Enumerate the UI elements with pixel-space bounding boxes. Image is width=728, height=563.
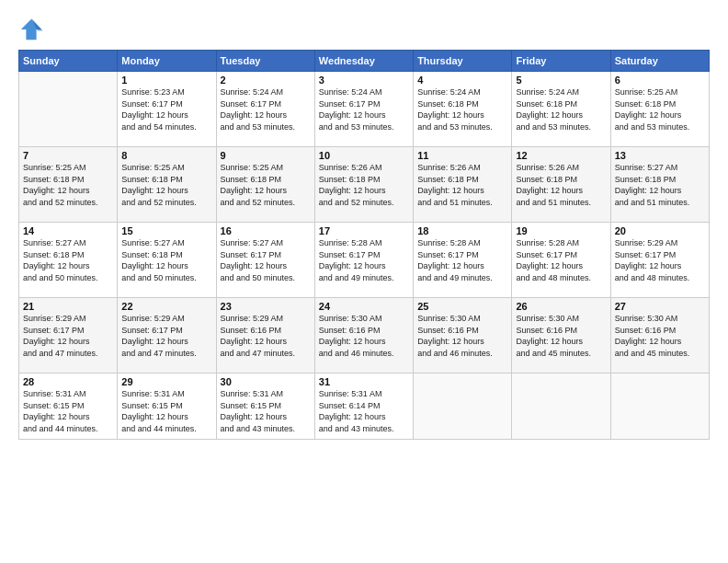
calendar-cell: 25Sunrise: 5:30 AMSunset: 6:16 PMDayligh… <box>414 298 512 373</box>
daylight-text2: and and 53 minutes. <box>319 122 394 132</box>
daylight-text: Daylight: 12 hours <box>221 337 288 346</box>
daylight-text: Daylight: 12 hours <box>615 186 682 195</box>
daylight-text: Daylight: 12 hours <box>417 110 484 120</box>
daylight-text2: and and 51 minutes. <box>615 198 690 207</box>
daylight-text: Daylight: 12 hours <box>121 412 188 421</box>
day-number: 27 <box>615 301 705 312</box>
sunrise-text: Sunrise: 5:31 AM <box>221 389 284 398</box>
day-info: Sunrise: 5:31 AMSunset: 6:14 PMDaylight:… <box>319 388 409 434</box>
daylight-text: Daylight: 12 hours <box>121 261 188 270</box>
sunrise-text: Sunrise: 5:29 AM <box>615 238 678 247</box>
daylight-text2: and and 53 minutes. <box>615 122 690 132</box>
week-row-2: 7Sunrise: 5:25 AMSunset: 6:18 PMDaylight… <box>19 147 710 223</box>
day-number: 3 <box>319 75 409 86</box>
week-row-3: 14Sunrise: 5:27 AMSunset: 6:18 PMDayligh… <box>19 223 710 298</box>
daylight-text: Daylight: 12 hours <box>319 412 386 421</box>
sunset-text: Sunset: 6:16 PM <box>615 326 677 335</box>
sunset-text: Sunset: 6:16 PM <box>319 326 381 335</box>
daylight-text2: and and 44 minutes. <box>121 424 197 433</box>
day-number: 7 <box>23 150 113 161</box>
day-info: Sunrise: 5:30 AMSunset: 6:16 PMDaylight:… <box>319 313 409 359</box>
day-number: 23 <box>221 301 311 312</box>
daylight-text: Daylight: 12 hours <box>319 186 386 195</box>
logo-icon <box>18 17 44 42</box>
daylight-text: Daylight: 12 hours <box>221 110 288 120</box>
daylight-text: Daylight: 12 hours <box>221 261 288 270</box>
sunset-text: Sunset: 6:17 PM <box>221 99 282 109</box>
day-info: Sunrise: 5:26 AMSunset: 6:18 PMDaylight:… <box>516 162 606 208</box>
sunrise-text: Sunrise: 5:24 AM <box>516 87 579 97</box>
calendar-cell: 19Sunrise: 5:28 AMSunset: 6:17 PMDayligh… <box>512 223 610 298</box>
sunrise-text: Sunrise: 5:29 AM <box>221 314 284 323</box>
calendar-cell: 17Sunrise: 5:28 AMSunset: 6:17 PMDayligh… <box>314 223 413 298</box>
sunrise-text: Sunrise: 5:30 AM <box>319 314 382 323</box>
day-number: 13 <box>615 150 705 161</box>
daylight-text: Daylight: 12 hours <box>319 337 386 346</box>
daylight-text: Daylight: 12 hours <box>615 337 682 346</box>
daylight-text2: and and 49 minutes. <box>417 273 493 282</box>
day-info: Sunrise: 5:24 AMSunset: 6:18 PMDaylight:… <box>516 86 606 132</box>
day-number: 31 <box>319 376 409 387</box>
day-info: Sunrise: 5:25 AMSunset: 6:18 PMDaylight:… <box>615 86 705 132</box>
sunset-text: Sunset: 6:16 PM <box>516 326 577 335</box>
day-number: 12 <box>516 150 606 161</box>
calendar-cell: 30Sunrise: 5:31 AMSunset: 6:15 PMDayligh… <box>216 373 314 440</box>
daylight-text2: and and 46 minutes. <box>417 349 493 358</box>
daylight-text2: and and 43 minutes. <box>319 424 394 433</box>
weekday-header-thursday: Thursday <box>414 51 512 72</box>
daylight-text2: and and 46 minutes. <box>319 349 394 358</box>
day-info: Sunrise: 5:27 AMSunset: 6:17 PMDaylight:… <box>221 237 311 283</box>
day-number: 11 <box>417 150 507 161</box>
sunset-text: Sunset: 6:18 PM <box>221 175 282 184</box>
header-row: SundayMondayTuesdayWednesdayThursdayFrid… <box>19 51 710 72</box>
day-number: 10 <box>319 150 409 161</box>
sunset-text: Sunset: 6:18 PM <box>319 175 381 184</box>
day-info: Sunrise: 5:28 AMSunset: 6:17 PMDaylight:… <box>417 237 507 283</box>
day-info: Sunrise: 5:24 AMSunset: 6:17 PMDaylight:… <box>221 86 311 132</box>
sunrise-text: Sunrise: 5:26 AM <box>319 163 382 172</box>
calendar-cell: 20Sunrise: 5:29 AMSunset: 6:17 PMDayligh… <box>610 223 709 298</box>
calendar-cell: 31Sunrise: 5:31 AMSunset: 6:14 PMDayligh… <box>314 373 413 440</box>
daylight-text2: and and 44 minutes. <box>23 424 98 433</box>
calendar-cell: 22Sunrise: 5:29 AMSunset: 6:17 PMDayligh… <box>118 298 216 373</box>
daylight-text2: and and 52 minutes. <box>221 198 296 207</box>
daylight-text: Daylight: 12 hours <box>516 261 583 270</box>
sunset-text: Sunset: 6:17 PM <box>121 99 183 109</box>
day-info: Sunrise: 5:29 AMSunset: 6:17 PMDaylight:… <box>615 237 705 283</box>
calendar-cell: 26Sunrise: 5:30 AMSunset: 6:16 PMDayligh… <box>512 298 610 373</box>
daylight-text: Daylight: 12 hours <box>121 110 188 120</box>
weekday-header-tuesday: Tuesday <box>216 51 314 72</box>
calendar-cell <box>610 373 709 440</box>
calendar-cell <box>512 373 610 440</box>
sunset-text: Sunset: 6:17 PM <box>319 250 381 259</box>
sunrise-text: Sunrise: 5:24 AM <box>221 87 284 97</box>
calendar-cell: 9Sunrise: 5:25 AMSunset: 6:18 PMDaylight… <box>216 147 314 223</box>
sunset-text: Sunset: 6:15 PM <box>23 401 85 410</box>
sunrise-text: Sunrise: 5:25 AM <box>121 163 185 172</box>
sunrise-text: Sunrise: 5:27 AM <box>615 163 678 172</box>
sunrise-text: Sunrise: 5:27 AM <box>221 238 284 247</box>
day-number: 8 <box>121 150 211 161</box>
sunrise-text: Sunrise: 5:30 AM <box>417 314 481 323</box>
sunrise-text: Sunrise: 5:25 AM <box>221 163 284 172</box>
sunrise-text: Sunrise: 5:28 AM <box>319 238 382 247</box>
sunset-text: Sunset: 6:17 PM <box>121 326 183 335</box>
daylight-text2: and and 53 minutes. <box>221 122 296 132</box>
sunset-text: Sunset: 6:16 PM <box>221 326 282 335</box>
daylight-text: Daylight: 12 hours <box>23 412 90 421</box>
calendar-cell: 10Sunrise: 5:26 AMSunset: 6:18 PMDayligh… <box>314 147 413 223</box>
day-number: 29 <box>121 376 211 387</box>
sunrise-text: Sunrise: 5:24 AM <box>319 87 382 97</box>
sunrise-text: Sunrise: 5:23 AM <box>121 87 185 97</box>
daylight-text: Daylight: 12 hours <box>121 337 188 346</box>
logo <box>18 17 46 42</box>
sunset-text: Sunset: 6:18 PM <box>417 99 479 109</box>
day-info: Sunrise: 5:26 AMSunset: 6:18 PMDaylight:… <box>417 162 507 208</box>
week-row-4: 21Sunrise: 5:29 AMSunset: 6:17 PMDayligh… <box>19 298 710 373</box>
calendar-cell: 6Sunrise: 5:25 AMSunset: 6:18 PMDaylight… <box>610 72 709 147</box>
sunset-text: Sunset: 6:18 PM <box>516 175 577 184</box>
day-info: Sunrise: 5:27 AMSunset: 6:18 PMDaylight:… <box>121 237 211 283</box>
daylight-text: Daylight: 12 hours <box>121 186 188 195</box>
day-number: 4 <box>417 75 507 86</box>
sunrise-text: Sunrise: 5:31 AM <box>23 389 86 398</box>
